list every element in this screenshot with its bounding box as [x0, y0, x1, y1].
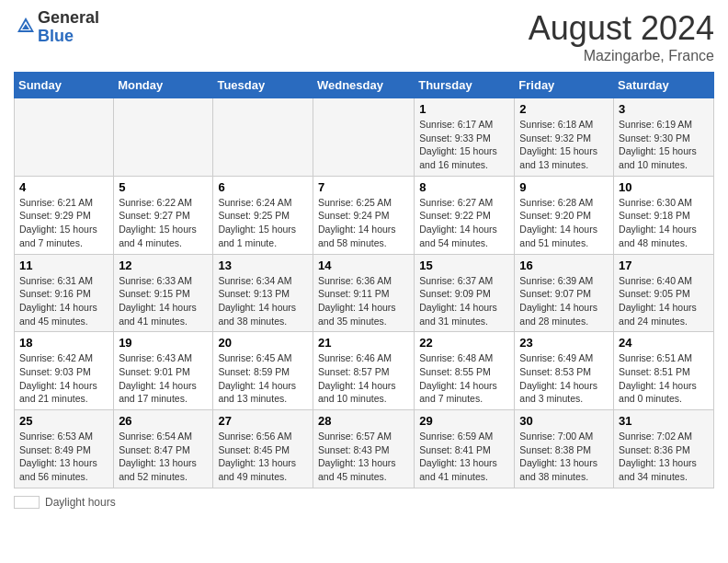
day-info: Sunrise: 6:43 AM Sunset: 9:01 PM Dayligh… [119, 351, 208, 406]
day-info: Sunrise: 6:25 AM Sunset: 9:24 PM Dayligh… [318, 196, 409, 250]
calendar-cell: 10Sunrise: 6:30 AM Sunset: 9:18 PM Dayli… [614, 176, 714, 254]
day-number: 7 [318, 180, 409, 194]
day-info: Sunrise: 6:28 AM Sunset: 9:20 PM Dayligh… [519, 196, 609, 250]
day-number: 13 [218, 259, 308, 272]
weekday-header-row: SundayMondayTuesdayWednesdayThursdayFrid… [15, 73, 714, 98]
day-number: 8 [419, 180, 509, 194]
day-info: Sunrise: 6:57 AM Sunset: 8:43 PM Dayligh… [318, 430, 409, 484]
calendar-cell: 21Sunrise: 6:46 AM Sunset: 8:57 PM Dayli… [313, 332, 414, 410]
calendar-cell: 30Sunrise: 7:00 AM Sunset: 8:38 PM Dayli… [515, 410, 614, 488]
weekday-header-monday: Monday [114, 73, 213, 98]
day-info: Sunrise: 6:49 AM Sunset: 8:53 PM Dayligh… [519, 351, 609, 406]
day-info: Sunrise: 6:18 AM Sunset: 9:32 PM Dayligh… [519, 118, 609, 172]
day-info: Sunrise: 6:33 AM Sunset: 9:15 PM Dayligh… [119, 274, 208, 328]
calendar-cell: 5Sunrise: 6:22 AM Sunset: 9:27 PM Daylig… [114, 176, 213, 254]
day-info: Sunrise: 6:36 AM Sunset: 9:11 PM Dayligh… [318, 274, 409, 328]
day-info: Sunrise: 6:51 AM Sunset: 8:51 PM Dayligh… [619, 351, 709, 406]
day-number: 3 [619, 102, 709, 116]
day-number: 29 [419, 414, 509, 428]
calendar-cell: 6Sunrise: 6:24 AM Sunset: 9:25 PM Daylig… [213, 176, 313, 254]
footer: Daylight hours [14, 496, 714, 509]
day-number: 16 [519, 259, 609, 272]
day-info: Sunrise: 6:21 AM Sunset: 9:29 PM Dayligh… [19, 196, 108, 250]
calendar-cell: 20Sunrise: 6:45 AM Sunset: 8:59 PM Dayli… [213, 332, 313, 410]
footer-box [14, 496, 40, 509]
weekday-header-wednesday: Wednesday [313, 73, 414, 98]
day-number: 6 [218, 180, 308, 194]
calendar-cell: 26Sunrise: 6:54 AM Sunset: 8:47 PM Dayli… [114, 410, 213, 488]
day-info: Sunrise: 6:27 AM Sunset: 9:22 PM Dayligh… [419, 196, 509, 250]
day-info: Sunrise: 6:19 AM Sunset: 9:30 PM Dayligh… [619, 118, 709, 172]
weekday-header-thursday: Thursday [415, 73, 515, 98]
day-number: 9 [519, 180, 609, 194]
day-number: 30 [519, 414, 609, 428]
day-info: Sunrise: 6:45 AM Sunset: 8:59 PM Dayligh… [218, 351, 308, 406]
calendar-cell: 28Sunrise: 6:57 AM Sunset: 8:43 PM Dayli… [313, 410, 414, 488]
day-info: Sunrise: 6:17 AM Sunset: 9:33 PM Dayligh… [419, 118, 509, 172]
calendar-cell: 9Sunrise: 6:28 AM Sunset: 9:20 PM Daylig… [515, 176, 614, 254]
day-info: Sunrise: 7:02 AM Sunset: 8:36 PM Dayligh… [619, 430, 709, 484]
calendar-week-row: 18Sunrise: 6:42 AM Sunset: 9:03 PM Dayli… [15, 332, 714, 410]
day-info: Sunrise: 6:39 AM Sunset: 9:07 PM Dayligh… [519, 274, 609, 328]
day-number: 24 [619, 336, 709, 350]
location: Mazingarbe, France [529, 48, 714, 64]
calendar-cell: 3Sunrise: 6:19 AM Sunset: 9:30 PM Daylig… [614, 98, 714, 177]
calendar-cell: 14Sunrise: 6:36 AM Sunset: 9:11 PM Dayli… [313, 254, 414, 332]
calendar-cell: 17Sunrise: 6:40 AM Sunset: 9:05 PM Dayli… [614, 254, 714, 332]
day-number: 31 [619, 414, 709, 428]
weekday-header-friday: Friday [515, 73, 614, 98]
logo-general: General [38, 8, 99, 27]
day-info: Sunrise: 7:00 AM Sunset: 8:38 PM Dayligh… [519, 430, 609, 484]
calendar-cell: 25Sunrise: 6:53 AM Sunset: 8:49 PM Dayli… [15, 410, 114, 488]
calendar-cell: 22Sunrise: 6:48 AM Sunset: 8:55 PM Dayli… [415, 332, 515, 410]
calendar-week-row: 4Sunrise: 6:21 AM Sunset: 9:29 PM Daylig… [15, 176, 714, 254]
day-info: Sunrise: 6:31 AM Sunset: 9:16 PM Dayligh… [19, 274, 108, 328]
day-number: 26 [119, 414, 208, 428]
day-info: Sunrise: 6:24 AM Sunset: 9:25 PM Dayligh… [218, 196, 308, 250]
day-number: 12 [119, 259, 208, 272]
day-info: Sunrise: 6:54 AM Sunset: 8:47 PM Dayligh… [119, 430, 208, 484]
day-info: Sunrise: 6:42 AM Sunset: 9:03 PM Dayligh… [19, 351, 108, 406]
day-info: Sunrise: 6:30 AM Sunset: 9:18 PM Dayligh… [619, 196, 709, 250]
day-number: 14 [318, 259, 409, 272]
day-number: 17 [619, 259, 709, 272]
calendar-cell: 23Sunrise: 6:49 AM Sunset: 8:53 PM Dayli… [515, 332, 614, 410]
calendar-cell: 19Sunrise: 6:43 AM Sunset: 9:01 PM Dayli… [114, 332, 213, 410]
day-number: 21 [318, 336, 409, 350]
calendar-cell: 31Sunrise: 7:02 AM Sunset: 8:36 PM Dayli… [614, 410, 714, 488]
weekday-header-sunday: Sunday [15, 73, 114, 98]
day-info: Sunrise: 6:59 AM Sunset: 8:41 PM Dayligh… [419, 430, 509, 484]
title-block: August 2024 Mazingarbe, France [529, 9, 714, 64]
page-header: General Blue August 2024 Mazingarbe, Fra… [14, 9, 714, 64]
calendar-cell: 2Sunrise: 6:18 AM Sunset: 9:32 PM Daylig… [515, 98, 614, 177]
calendar-cell: 16Sunrise: 6:39 AM Sunset: 9:07 PM Dayli… [515, 254, 614, 332]
calendar-cell: 4Sunrise: 6:21 AM Sunset: 9:29 PM Daylig… [15, 176, 114, 254]
calendar-week-row: 1Sunrise: 6:17 AM Sunset: 9:33 PM Daylig… [15, 98, 714, 177]
day-info: Sunrise: 6:46 AM Sunset: 8:57 PM Dayligh… [318, 351, 409, 406]
month-year: August 2024 [529, 9, 714, 48]
day-number: 20 [218, 336, 308, 350]
calendar-cell [213, 98, 313, 177]
day-number: 11 [19, 259, 108, 272]
calendar-week-row: 25Sunrise: 6:53 AM Sunset: 8:49 PM Dayli… [15, 410, 714, 488]
day-number: 28 [318, 414, 409, 428]
logo-icon [16, 16, 36, 36]
calendar-cell: 29Sunrise: 6:59 AM Sunset: 8:41 PM Dayli… [415, 410, 515, 488]
day-number: 5 [119, 180, 208, 194]
day-info: Sunrise: 6:37 AM Sunset: 9:09 PM Dayligh… [419, 274, 509, 328]
day-number: 15 [419, 259, 509, 272]
day-number: 19 [119, 336, 208, 350]
logo-blue: Blue [38, 27, 74, 45]
day-info: Sunrise: 6:40 AM Sunset: 9:05 PM Dayligh… [619, 274, 709, 328]
calendar-cell: 18Sunrise: 6:42 AM Sunset: 9:03 PM Dayli… [15, 332, 114, 410]
calendar-cell: 13Sunrise: 6:34 AM Sunset: 9:13 PM Dayli… [213, 254, 313, 332]
day-number: 25 [19, 414, 108, 428]
day-number: 27 [218, 414, 308, 428]
logo: General Blue [14, 9, 99, 46]
day-number: 10 [619, 180, 709, 194]
day-number: 18 [19, 336, 108, 350]
calendar-cell: 27Sunrise: 6:56 AM Sunset: 8:45 PM Dayli… [213, 410, 313, 488]
calendar-cell [15, 98, 114, 177]
day-info: Sunrise: 6:22 AM Sunset: 9:27 PM Dayligh… [119, 196, 208, 250]
calendar-cell: 8Sunrise: 6:27 AM Sunset: 9:22 PM Daylig… [415, 176, 515, 254]
